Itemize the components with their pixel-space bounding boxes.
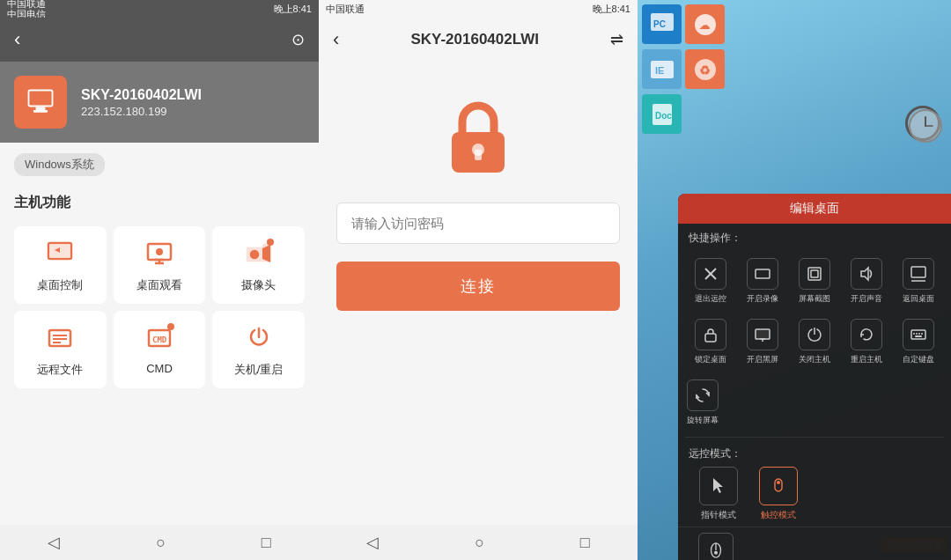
desktop-icon-4[interactable]: ♻ [685,49,725,89]
ctx-shutdown2[interactable]: 关闭主机 [789,313,839,371]
ctx-label-rotate: 旋转屏幕 [687,415,719,426]
audio-icon [851,258,882,290]
func-label-remote-file: 远程文件 [37,362,83,378]
nav-recent-btn-left[interactable]: □ [262,534,271,552]
black-screen-icon [747,319,778,350]
ctx-label-shutdown2: 关闭主机 [799,354,830,365]
svg-text:PC: PC [653,19,666,29]
password-input[interactable] [336,203,620,244]
rm-pointer-mode[interactable]: 指针模式 [692,467,745,521]
nav-home-btn-center[interactable]: ○ [475,534,484,552]
nav-recent-btn-center[interactable]: □ [580,534,590,552]
password-input-wrap [336,203,620,244]
ctx-custom-kb[interactable]: 自定键盘 [894,313,944,371]
svg-text:CMD: CMD [152,335,167,344]
func-label-shutdown: 关机/重启 [234,362,284,378]
status-bar-left: 中国联通 中国电信 晚上8:41 [0,0,319,18]
ctx-restart[interactable]: 重启主机 [842,313,892,371]
svg-rect-23 [475,150,482,160]
nav-back-btn-left[interactable]: ◁ [48,533,60,552]
os-tag: Windows系统 [14,153,105,176]
rm-label-pointer: 指针模式 [701,509,736,521]
remote-file-icon [47,325,73,355]
ctx-rotate[interactable]: 旋转屏幕 [685,374,720,431]
svg-point-55 [777,481,780,484]
svg-text:Doc: Doc [655,111,672,121]
func-desktop-control[interactable]: 桌面控制 [14,226,107,304]
nav-bar-center: ‹ SKY-20160402LWI ⇌ [319,18,638,62]
func-label-camera: 摄像头 [241,277,276,293]
func-cmd[interactable]: CMD CMD [114,311,206,388]
func-desktop-view[interactable]: 桌面观看 [114,226,206,304]
svg-text:IE: IE [655,65,664,76]
restart-icon [851,319,882,350]
cmd-dot [167,323,174,330]
lock-section [319,62,638,203]
svg-point-58 [715,551,718,554]
svg-rect-3 [29,91,51,105]
rm-label-touch: 触控模式 [761,509,796,521]
ctx-exit-remote[interactable]: 退出远控 [685,253,735,310]
context-grid-row2: 锁定桌面 开启黑屏 [678,313,951,374]
record-icon [747,258,778,290]
hide-mouse-icon [698,533,734,560]
func-camera[interactable]: 摄像头 [212,226,305,304]
ctx-start-record[interactable]: 开启录像 [737,253,787,310]
rm-touch-mode[interactable]: 触控模式 [752,467,805,521]
carrier1-label: 中国联通 [7,0,46,9]
transfer-icon[interactable]: ⇌ [610,30,623,49]
ctx-back-desktop[interactable]: 返回桌面 [894,253,944,310]
func-label-desktop-view: 桌面观看 [136,277,182,293]
svg-text:☁: ☁ [699,19,710,32]
svg-rect-49 [911,330,925,339]
svg-rect-39 [756,269,770,278]
desktop-icon-5[interactable]: Doc [642,94,682,134]
bottom-nav-left: ◁ ○ □ [0,525,319,560]
rotate-icon [687,379,719,411]
ctx-label-exit: 退出远控 [695,293,726,305]
clock-widget [905,106,940,141]
nav-bar-left: ‹ ⊙ [0,18,319,62]
func-shutdown[interactable]: 关机/重启 [212,311,305,388]
func-remote-file[interactable]: 远程文件 [14,311,107,388]
connect-button[interactable]: 连接 [336,262,620,311]
context-grid-row1: 退出远控 开启录像 屏幕截图 [678,249,951,313]
back-button-left[interactable]: ‹ [14,28,20,51]
svg-rect-42 [911,267,925,277]
hide-mouse-section: 隐藏触摸鼠标 [678,527,951,560]
ctx-audio[interactable]: 开启声音 [842,253,892,310]
back-button-center[interactable]: ‹ [333,28,339,51]
device-header: SKY-20160402LWI 223.152.180.199 [0,62,319,143]
desktop-icon-3[interactable]: IE [642,49,682,89]
camera-icon [246,240,272,270]
ctx-label-restart: 重启主机 [851,354,882,365]
desktop-icon-2[interactable]: ☁ [685,4,725,44]
ctx-label-record: 开启录像 [747,293,778,305]
monitor-icon [25,86,56,118]
desktop-icon-1[interactable]: PC [642,4,682,44]
ctx-label-custom-kb: 自定键盘 [903,354,934,365]
nav-back-btn-center[interactable]: ◁ [366,533,379,552]
desktop-control-icon [47,240,73,270]
hide-mouse-item[interactable]: 隐藏触摸鼠标 [692,533,740,560]
panel-left: 中国联通 中国电信 晚上8:41 ‹ ⊙ SKY-20160402LWI 223… [0,0,319,560]
device-info: SKY-20160402LWI 223.152.180.199 [81,87,202,118]
status-bar-center: 中国联通 晚上8:41 [319,0,638,18]
device-icon [14,76,67,129]
settings-button[interactable]: ⊙ [291,30,305,49]
device-ip: 223.152.180.199 [81,105,202,118]
nav-home-btn-left[interactable]: ○ [156,534,166,552]
desktop-view-icon [146,240,173,270]
func-label-desktop-control: 桌面控制 [37,277,83,293]
svg-rect-40 [808,268,821,280]
device-name: SKY-20160402LWI [81,87,202,103]
panel-right: PC ☁ IE ♻ Doc 编辑桌面 快 [638,0,951,560]
ctx-black-screen[interactable]: 开启黑屏 [737,313,787,371]
ctx-lock-desktop[interactable]: 锁定桌面 [685,313,735,371]
carrier-center: 中国联通 [326,3,365,16]
ctx-screenshot[interactable]: 屏幕截图 [789,253,839,310]
time-center: 晚上8:41 [593,3,630,16]
shutdown2-icon [799,319,830,350]
camera-dot [267,239,274,246]
pointer-mode-icon [699,467,738,505]
